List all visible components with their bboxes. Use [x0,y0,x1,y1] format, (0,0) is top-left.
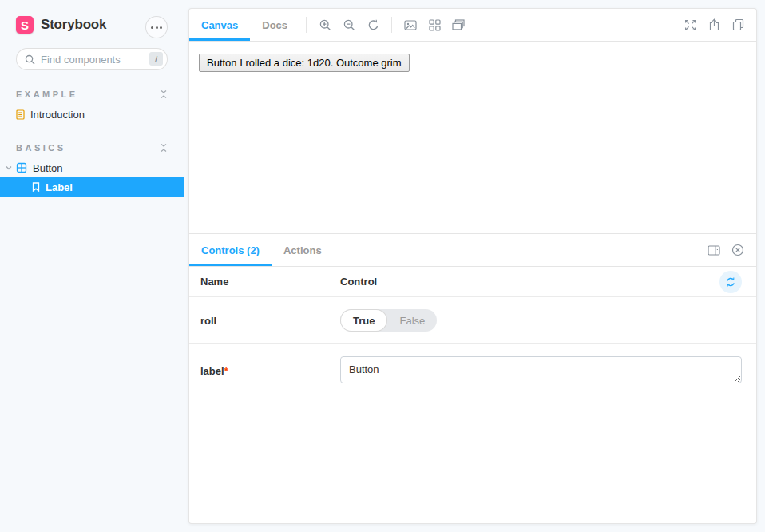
section-title: BASICS [16,143,66,153]
search-row: / [16,48,168,70]
backgrounds-icon[interactable] [398,9,422,41]
collapse-section-icon[interactable] [160,89,168,99]
share-icon[interactable] [702,9,726,41]
ellipsis-icon [160,26,162,29]
toolbar-right-group [678,9,756,41]
sidebar-item-introduction[interactable]: Introduction [0,105,188,124]
control-name-text: label [200,365,224,377]
required-asterisk: * [224,365,228,377]
controls-table-header: Name Control [189,267,756,297]
collapse-section-icon[interactable] [160,143,168,153]
section-title: EXAMPLE [16,89,78,99]
toolbar-separator [306,17,307,33]
brand-title[interactable]: Storybook [41,17,106,33]
addon-toolbar-right-group [702,234,756,266]
storybook-logo-icon: S [16,16,34,34]
component-icon [16,162,27,173]
main-panel: Canvas Docs [188,8,757,524]
column-header-name: Name [200,276,340,288]
document-icon [16,109,25,120]
story-canvas: Button I rolled a dice: 1d20. Outcome gr… [189,42,756,233]
close-icon[interactable] [726,234,750,266]
grid-icon[interactable] [422,9,446,41]
chevron-down-icon[interactable] [6,165,12,171]
column-header-control: Control [340,276,740,288]
toggle-option-false[interactable]: False [387,315,437,327]
sidebar-story-text: Label [46,181,73,193]
fullscreen-icon[interactable] [678,9,702,41]
story-preview-button[interactable]: Button I rolled a dice: 1d20. Outcome gr… [199,54,410,72]
boolean-toggle-roll[interactable]: True False [340,309,437,332]
sidebar-item-label: Introduction [30,109,85,121]
search-input[interactable] [16,48,168,70]
sidebar-item-label: Button [33,162,63,174]
zoom-in-icon[interactable] [313,9,337,41]
tab-docs[interactable]: Docs [250,9,299,41]
toggle-option-true[interactable]: True [340,309,387,332]
panel-position-icon[interactable] [702,234,726,266]
label-control-input[interactable]: Button [340,356,742,383]
tab-controls[interactable]: Controls (2) [189,234,272,266]
addon-toolbar: Controls (2) Actions [189,234,756,267]
addon-panel: Controls (2) Actions Name Control roll [189,233,756,523]
search-icon [25,54,35,65]
canvas-toolbar: Canvas Docs [189,9,756,42]
bookmark-icon [32,182,40,192]
zoom-out-icon[interactable] [337,9,361,41]
sidebar: S Storybook / EXAMPLE Introduction BA [0,0,188,532]
sidebar-item-button[interactable]: Button [0,158,188,177]
control-name: label* [200,365,340,377]
ellipsis-icon [156,26,158,29]
sidebar-section-example: EXAMPLE Introduction [0,89,188,124]
search-shortcut-key: / [149,52,163,66]
tab-actions[interactable]: Actions [272,234,334,266]
tab-canvas[interactable]: Canvas [189,9,250,41]
control-name: roll [200,315,340,327]
sidebar-section-basics: BASICS Button Label [0,143,188,197]
control-row-label: label* Button [189,344,756,398]
toolbar-separator [391,17,392,33]
sidebar-story-label[interactable]: Label [0,177,184,197]
ellipsis-icon [151,26,153,29]
control-row-roll: roll True False [189,297,756,344]
copy-icon[interactable] [726,9,750,41]
reset-controls-button[interactable] [719,271,742,293]
brand-row: S Storybook [0,0,188,34]
zoom-reset-icon[interactable] [361,9,385,41]
sidebar-menu-button[interactable] [145,16,168,38]
viewport-icon[interactable] [446,9,470,41]
